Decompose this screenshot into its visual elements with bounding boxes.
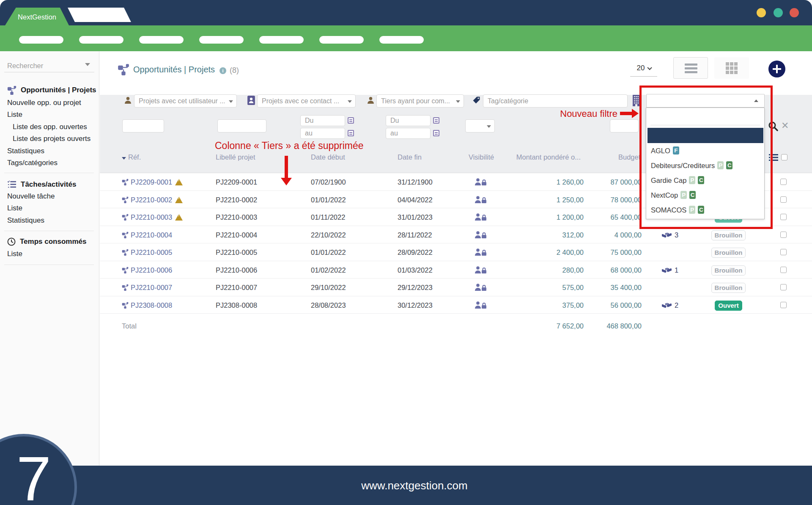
nav-menu-pill[interactable] [19,36,63,44]
list-icon [685,63,697,75]
date-end: 30/12/2023 [398,296,433,314]
sidebar-search-input[interactable]: Rechercher [4,59,94,72]
sidebar-item[interactable]: Liste [0,248,99,260]
calendar-icon[interactable] [433,130,439,136]
chevron-down-icon [229,100,233,103]
brand-tab[interactable]: NextGestion [5,8,69,25]
date-end: 31/01/2023 [398,208,433,226]
nav-menu-pill[interactable] [79,36,123,44]
page-number: 7 [0,436,87,505]
sidebar-section-temps[interactable]: Temps consommés [7,237,86,246]
col-header-end[interactable]: Date fin [398,153,422,161]
filter-label-input[interactable] [217,119,266,132]
total-budget: 468 800,00 [575,317,642,334]
nav-menu-pill[interactable] [199,36,244,44]
filter-start-from-input[interactable]: Du [300,115,345,126]
add-button[interactable] [768,61,785,77]
sidebar-item[interactable]: Liste des projets ouverts [0,133,99,145]
sidebar-item[interactable]: Liste [0,202,99,214]
sidebar-item[interactable]: Tags/catégories [0,157,99,169]
status-badge-wrap: Brouillon [710,279,746,296]
calendar-icon[interactable] [433,117,439,124]
clear-filters-icon[interactable]: ✕ [781,120,789,131]
filter-placeholder: Tiers ayant pour com... [381,97,450,105]
col-header-ref[interactable]: Réf. [122,153,141,161]
user-icon [367,97,374,104]
main-nav [0,25,812,51]
row-checkbox[interactable] [780,284,787,290]
project-ref-link[interactable]: PJ2210-0007 [131,279,172,296]
sidebar-item[interactable]: Liste des opp. ouvertes [0,121,99,133]
sidebar-item[interactable]: Statistiques [0,215,99,226]
sidebar-item[interactable]: Nouvelle opp. ou projet [0,97,99,109]
project-ref-link[interactable]: PJ2210-0005 [131,243,172,261]
filter-visibility-select[interactable] [465,119,495,132]
list-view-button[interactable] [673,57,708,79]
grid-view-button[interactable] [714,57,749,79]
sidebar-section-title: Opportunités | Projets [21,86,96,94]
filter-contact-select[interactable]: Projets avec ce contact ... [257,94,356,108]
nav-menu-pill[interactable] [379,36,424,44]
row-checkbox[interactable] [780,302,787,308]
sidebar-item[interactable]: Liste [0,109,99,121]
table-row[interactable]: PJ2308-0008 PJ2308-0008 28/08/2023 30/12… [100,296,812,314]
filter-tiers-select[interactable]: Tiers ayant pour com... [376,94,464,108]
window-minimize-circle[interactable] [757,8,766,17]
filter-ref-input[interactable] [122,119,164,132]
filter-amount-input[interactable] [610,119,639,132]
col-header-visibility[interactable]: Visibilité [469,153,494,161]
sidebar-item[interactable]: Statistiques [0,145,99,157]
calendar-icon[interactable] [348,117,354,124]
annotation-new-filter: Nouveau filtre [547,108,617,119]
calendar-icon[interactable] [348,130,354,136]
filter-end-to-input[interactable]: au [386,128,431,139]
footer-url: www.nextgestion.com [361,479,467,492]
table-row[interactable]: PJ2210-0006 PJ2210-0006 01/02/2022 01/03… [100,261,812,279]
info-icon[interactable]: i [219,67,226,74]
row-checkbox[interactable] [780,232,787,238]
window-maximize-circle[interactable] [774,8,783,17]
project-ref-link[interactable]: PJ2308-0008 [131,296,172,314]
project-ref-link[interactable]: PJ2210-0002 [131,191,172,209]
active-tab[interactable] [68,8,131,22]
sidebar-section-taches[interactable]: Tâches/activités [7,180,76,189]
budget-amount: 4 000,00 [575,226,642,244]
filter-tag-input[interactable] [483,94,628,108]
sidebar-item[interactable]: Nouvelle tâche [0,190,99,202]
table-row[interactable]: PJ2210-0005 PJ2210-0005 01/01/2022 28/09… [100,243,812,261]
row-checkbox[interactable] [780,249,787,255]
nav-menu-pill[interactable] [139,36,184,44]
sidebar-section-title: Temps consommés [20,237,86,246]
row-checkbox[interactable] [780,267,787,273]
filter-start-to-input[interactable]: au [300,128,345,139]
project-ref-link[interactable]: PJ2210-0003 [131,208,172,226]
window-close-circle[interactable] [790,8,799,17]
row-checkbox[interactable] [780,196,787,203]
sidebar-section-opportunites[interactable]: Opportunités | Projets [7,86,96,95]
date-start: 07/02/1900 [311,173,346,191]
col-header-label[interactable]: Libellé projet [216,153,255,161]
filter-end-from-input[interactable]: Du [386,115,431,126]
budget-amount: 56 000,00 [575,296,642,314]
nav-menu-pill[interactable] [259,36,304,44]
project-ref-link[interactable]: PJ2210-0004 [131,226,172,244]
chevron-down-icon [85,63,90,66]
nav-menu-pill[interactable] [319,36,364,44]
table-row[interactable]: PJ2210-0007 PJ2210-0007 29/10/2022 29/12… [100,279,812,296]
col-header-amount[interactable]: Montant pondéré o... [516,153,581,161]
visibility-private-icon [475,266,487,274]
page-size-select[interactable]: 20 [630,62,657,77]
col-header-start[interactable]: Date début [311,153,345,161]
date-start: 01/11/2022 [311,208,345,226]
col-header-budget[interactable]: Budget [618,153,640,161]
select-all-checkbox[interactable] [781,154,787,160]
annotation-highlight-rect [639,86,773,229]
people-count: 1 [662,261,678,279]
project-ref-link[interactable]: PJ2209-0001 [131,173,172,191]
sitemap-icon [122,284,129,291]
project-ref-link[interactable]: PJ2210-0006 [131,261,172,279]
filter-user-select[interactable]: Projets avec cet utilisateur ... [134,94,237,108]
status-badge-wrap: Ouvert [710,296,746,314]
row-checkbox[interactable] [780,214,787,220]
row-checkbox[interactable] [780,179,787,185]
